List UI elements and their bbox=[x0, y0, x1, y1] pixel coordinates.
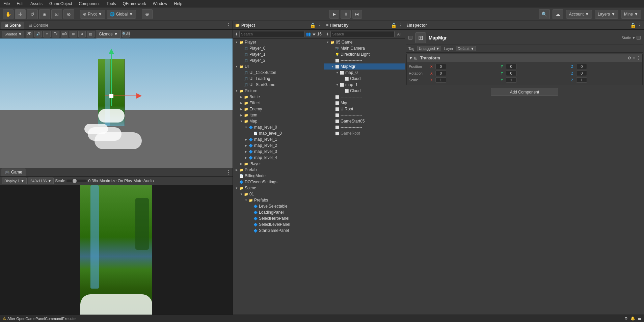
grid-button[interactable]: ⊞ bbox=[70, 31, 77, 37]
resolution-dropdown[interactable]: 640x1136 ▼ bbox=[28, 178, 54, 184]
all-btn[interactable]: 🔍 All bbox=[122, 31, 130, 37]
list-item[interactable]: 🎵Player_2 bbox=[233, 57, 324, 63]
render-mode-button[interactable]: ▤ bbox=[87, 31, 95, 37]
scale-slider-thumb[interactable] bbox=[73, 179, 77, 183]
list-item[interactable]: 🔷SelectLevelPanel bbox=[233, 221, 324, 227]
layer-dropdown[interactable]: Default ▼ bbox=[456, 46, 476, 51]
list-item[interactable]: ⬜---------------- bbox=[324, 57, 405, 63]
hand-tool-button[interactable]: ✋ bbox=[3, 9, 14, 19]
tree-arrow-icon[interactable] bbox=[234, 186, 239, 190]
tree-arrow-icon[interactable] bbox=[239, 95, 244, 99]
list-item[interactable]: 📁Effect bbox=[233, 100, 324, 106]
pivot-dropdown[interactable]: ⊕ Pivot ▼ bbox=[80, 10, 105, 19]
layer-num-button[interactable]: ⊞ 0 bbox=[61, 31, 68, 37]
list-item[interactable]: 🎵Player_1 bbox=[233, 51, 324, 57]
move-tool-button[interactable]: ✛ bbox=[15, 9, 26, 19]
list-item[interactable]: 📁Player bbox=[233, 161, 324, 167]
list-item[interactable]: 🎵UI_StartGame bbox=[233, 82, 324, 88]
list-item[interactable]: 🔷map_level_2 bbox=[233, 142, 324, 149]
list-item[interactable]: 🔷StartGamePanel bbox=[233, 227, 324, 234]
tree-arrow-icon[interactable] bbox=[244, 149, 248, 154]
list-item[interactable]: 📁Item bbox=[233, 112, 324, 118]
pause-button[interactable]: ⏸ bbox=[341, 10, 351, 19]
play-button[interactable]: ▶ bbox=[329, 10, 339, 19]
menu-edit[interactable]: Edit bbox=[15, 1, 25, 7]
list-item[interactable]: ⬜Cloud bbox=[324, 88, 405, 94]
inspector-lock-icon[interactable]: 🔒 bbox=[630, 23, 636, 28]
scale-z-value[interactable]: 1 bbox=[576, 77, 587, 83]
list-item[interactable]: 💡Directional Light bbox=[324, 51, 405, 57]
tree-arrow-icon[interactable] bbox=[325, 40, 330, 45]
menu-file[interactable]: File bbox=[2, 1, 11, 7]
tree-arrow-icon[interactable] bbox=[335, 70, 340, 75]
list-item[interactable]: 🎵Player_0 bbox=[233, 45, 324, 51]
maximize-label[interactable]: Maximize On Play bbox=[100, 179, 132, 183]
tree-arrow-icon[interactable] bbox=[239, 113, 244, 117]
mute-label[interactable]: Mute Audio bbox=[133, 179, 154, 183]
status-icon-1[interactable]: ⚙ bbox=[624, 316, 628, 321]
tree-arrow-icon[interactable] bbox=[239, 161, 244, 166]
tree-arrow-icon[interactable] bbox=[244, 198, 248, 203]
list-item[interactable]: 📁Picture bbox=[233, 88, 324, 94]
center-handle[interactable] bbox=[109, 94, 113, 98]
snap-settings-button[interactable]: ⚙ bbox=[78, 31, 86, 37]
project-collab-icon[interactable]: 👥 bbox=[306, 32, 311, 36]
list-item[interactable]: ⬜MapMgr bbox=[324, 63, 405, 70]
list-item[interactable]: 📁Map bbox=[233, 118, 324, 124]
tree-arrow-icon[interactable] bbox=[234, 88, 239, 93]
list-item[interactable]: 📷Main Camera bbox=[324, 45, 405, 51]
tree-arrow-icon[interactable] bbox=[330, 64, 335, 69]
transform-more-icon[interactable]: ⋮ bbox=[636, 56, 640, 60]
rotate-tool-button[interactable]: ↺ bbox=[27, 9, 38, 19]
display-dropdown[interactable]: Display 1 ▼ bbox=[2, 178, 27, 184]
tab-scene[interactable]: ⊞ Scene bbox=[1, 22, 24, 29]
transform-component-header[interactable]: ▼ ⊞ Transform ⚙ ≡ ⋮ bbox=[407, 54, 642, 62]
list-item[interactable]: 📄map_level_0 bbox=[233, 130, 324, 136]
gizmos-dropdown[interactable]: Gizmos ▼ bbox=[96, 30, 121, 38]
pos-x-value[interactable]: 0 bbox=[435, 64, 446, 69]
menu-assets[interactable]: Assets bbox=[29, 1, 44, 7]
list-item[interactable]: 📁Enemy bbox=[233, 106, 324, 112]
pos-z-value[interactable]: 0 bbox=[576, 64, 587, 69]
add-component-button[interactable]: Add Component bbox=[491, 88, 558, 96]
list-item[interactable]: 📁Prefab bbox=[233, 167, 324, 173]
list-item[interactable]: ⬜Cloud bbox=[324, 76, 405, 82]
rot-x-value[interactable]: 0 bbox=[435, 71, 446, 76]
status-icon-3[interactable]: ☰ bbox=[638, 316, 641, 321]
tab-console[interactable]: ▤ Console bbox=[25, 22, 52, 29]
list-item[interactable]: 🔷map_level_4 bbox=[233, 155, 324, 161]
active-checkbox[interactable] bbox=[408, 36, 412, 40]
list-item[interactable]: 📁UI bbox=[233, 63, 324, 70]
tree-arrow-icon[interactable] bbox=[234, 40, 239, 45]
list-item[interactable]: ⬜Mgr bbox=[324, 100, 405, 106]
tree-arrow-icon[interactable] bbox=[244, 143, 248, 148]
scale-slider[interactable] bbox=[66, 180, 87, 182]
list-item[interactable]: ⬜UIRoot bbox=[324, 106, 405, 112]
list-item[interactable]: ⬜---------------- bbox=[324, 112, 405, 118]
list-item[interactable]: 🎵UI_Loading bbox=[233, 76, 324, 82]
layers-dropdown[interactable]: Layers ▼ bbox=[595, 10, 618, 19]
tag-dropdown[interactable]: Untagged ▼ bbox=[417, 46, 441, 51]
scale-tool-button[interactable]: ⊞ bbox=[39, 9, 50, 19]
list-item[interactable]: 🔷DOTweenSettings bbox=[233, 179, 324, 185]
list-item[interactable]: 🔷map_level_1 bbox=[233, 136, 324, 142]
fx-button[interactable]: Fx bbox=[52, 31, 59, 37]
tree-arrow-icon[interactable] bbox=[234, 64, 239, 69]
transform-menu-icon[interactable]: ≡ bbox=[633, 56, 635, 60]
hierarchy-add-icon[interactable]: + bbox=[326, 31, 329, 37]
center-button[interactable]: ⊕ bbox=[142, 9, 153, 19]
list-item[interactable]: 🔷SelectHeroPanel bbox=[233, 215, 324, 221]
list-item[interactable]: ⬜map_1 bbox=[324, 82, 405, 88]
step-button[interactable]: ⏭ bbox=[352, 10, 362, 19]
mine-dropdown[interactable]: Mine ▼ bbox=[621, 10, 641, 19]
shaded-dropdown[interactable]: Shaded ▼ bbox=[2, 31, 24, 37]
tree-arrow-icon[interactable] bbox=[239, 101, 244, 105]
list-item[interactable]: 📁Player bbox=[233, 39, 324, 45]
menu-component[interactable]: Component bbox=[77, 1, 101, 7]
list-item[interactable]: ⬜---------------- bbox=[324, 94, 405, 100]
list-item[interactable]: 🎵UI_ClickButton bbox=[233, 70, 324, 76]
tree-arrow-icon[interactable] bbox=[244, 155, 248, 160]
status-icon-2[interactable]: 🔔 bbox=[630, 316, 635, 321]
project-add-icon[interactable]: + bbox=[235, 31, 238, 37]
list-item[interactable]: 🔷LoadingPanel bbox=[233, 209, 324, 215]
